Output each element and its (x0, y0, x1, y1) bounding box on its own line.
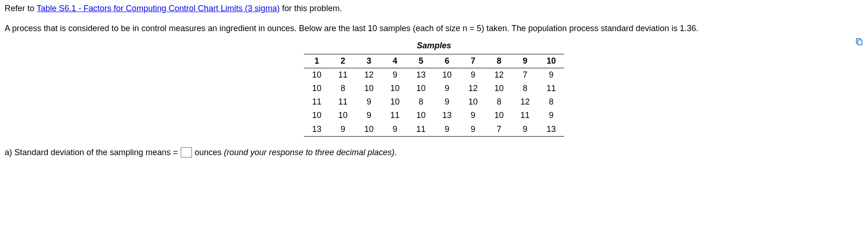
header-cell: 3 (356, 54, 382, 68)
std-dev-input[interactable] (181, 147, 192, 157)
data-cell: 11 (330, 95, 356, 109)
header-cell: 7 (460, 54, 486, 68)
data-cell: 10 (356, 82, 382, 95)
problem-statement: A process that is considered to be in co… (5, 23, 863, 34)
rounding-hint: (round your response to three decimal pl… (224, 148, 395, 157)
data-cell: 13 (304, 123, 330, 137)
data-cell: 10 (382, 95, 408, 109)
data-cell: 10 (434, 68, 460, 82)
copy-icon[interactable] (855, 37, 863, 49)
data-cell: 10 (408, 82, 434, 95)
samples-table-container: Samples 1 2 3 4 5 6 7 8 9 10 10 (5, 40, 863, 136)
intro-prefix: Refer to (5, 4, 37, 13)
data-cell: 11 (304, 95, 330, 109)
header-cell: 8 (486, 54, 512, 68)
question-a-row: a) Standard deviation of the sampling me… (5, 147, 863, 158)
data-cell: 9 (356, 109, 382, 122)
data-cell: 10 (304, 82, 330, 95)
header-cell: 1 (304, 54, 330, 68)
table-row: 10 10 9 11 10 13 9 10 11 9 (304, 109, 564, 122)
data-cell: 9 (460, 68, 486, 82)
data-cell: 11 (408, 123, 434, 137)
table-reference-link[interactable]: Table S6.1 - Factors for Computing Contr… (37, 4, 280, 13)
data-cell: 8 (512, 82, 538, 95)
data-cell: 9 (382, 68, 408, 82)
question-a-label: a) Standard deviation of the sampling me… (5, 147, 178, 158)
data-cell: 7 (512, 68, 538, 82)
data-cell: 9 (434, 82, 460, 95)
data-cell: 12 (356, 68, 382, 82)
data-cell: 9 (460, 123, 486, 137)
header-cell: 4 (382, 54, 408, 68)
table-caption: Samples (304, 40, 564, 53)
sentence-end: . (395, 148, 397, 157)
data-cell: 8 (408, 95, 434, 109)
data-cell: 8 (538, 95, 564, 109)
data-cell: 11 (382, 109, 408, 122)
data-cell: 11 (330, 68, 356, 82)
table-row: 11 11 9 10 8 9 10 8 12 8 (304, 95, 564, 109)
data-cell: 8 (330, 82, 356, 95)
data-cell: 9 (434, 95, 460, 109)
header-cell: 9 (512, 54, 538, 68)
data-cell: 10 (356, 123, 382, 137)
data-cell: 9 (382, 123, 408, 137)
data-cell: 11 (512, 109, 538, 122)
svg-rect-1 (858, 40, 862, 45)
table-header-row: 1 2 3 4 5 6 7 8 9 10 (304, 54, 564, 68)
data-cell: 10 (460, 95, 486, 109)
data-cell: 13 (434, 109, 460, 122)
data-cell: 10 (382, 82, 408, 95)
units-label: ounces (195, 148, 224, 157)
table-row: 13 9 10 9 11 9 9 7 9 13 (304, 123, 564, 137)
data-cell: 10 (330, 109, 356, 122)
data-cell: 10 (408, 109, 434, 122)
header-cell: 10 (538, 54, 564, 68)
data-cell: 7 (486, 123, 512, 137)
data-cell: 12 (460, 82, 486, 95)
header-cell: 5 (408, 54, 434, 68)
table-row: 10 11 12 9 13 10 9 12 7 9 (304, 68, 564, 82)
data-cell: 12 (486, 68, 512, 82)
data-cell: 10 (486, 109, 512, 122)
data-cell: 9 (538, 109, 564, 122)
samples-table: Samples 1 2 3 4 5 6 7 8 9 10 10 (304, 40, 564, 136)
table-row: 10 8 10 10 10 9 12 10 8 11 (304, 82, 564, 95)
data-cell: 8 (486, 95, 512, 109)
header-cell: 2 (330, 54, 356, 68)
data-cell: 9 (330, 123, 356, 137)
data-cell: 9 (512, 123, 538, 137)
data-cell: 9 (434, 123, 460, 137)
data-cell: 10 (304, 109, 330, 122)
data-cell: 9 (356, 95, 382, 109)
data-cell: 9 (538, 68, 564, 82)
data-cell: 9 (460, 109, 486, 122)
header-cell: 6 (434, 54, 460, 68)
data-cell: 10 (304, 68, 330, 82)
intro-line: Refer to Table S6.1 - Factors for Comput… (5, 3, 863, 14)
data-cell: 11 (538, 82, 564, 95)
data-cell: 13 (408, 68, 434, 82)
data-cell: 12 (512, 95, 538, 109)
data-cell: 10 (486, 82, 512, 95)
intro-suffix: for this problem. (280, 4, 342, 13)
data-cell: 13 (538, 123, 564, 137)
